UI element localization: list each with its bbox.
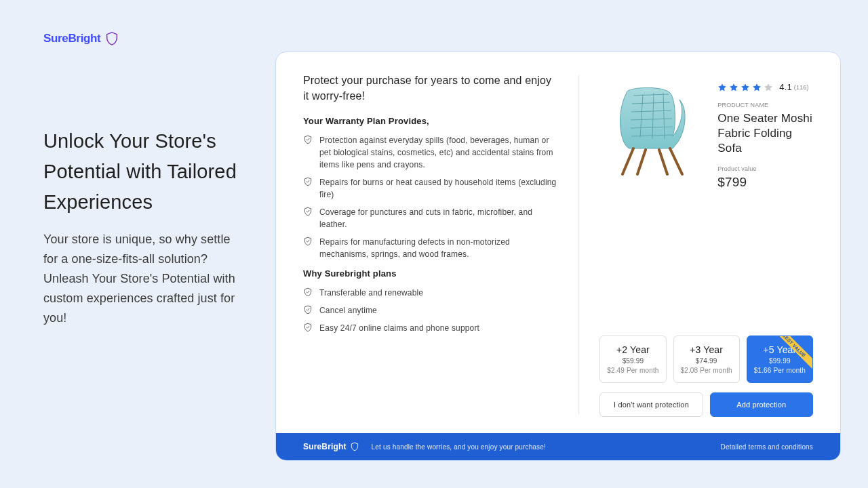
logo: SureBright bbox=[43, 31, 247, 46]
list-item: Repairs for manufacturing defects in non… bbox=[303, 236, 558, 260]
widget-title: Protect your purchase for years to come … bbox=[303, 73, 558, 104]
warranty-widget: Protect your purchase for years to come … bbox=[275, 52, 841, 461]
product-name-label: PRODUCT NAME bbox=[717, 102, 813, 108]
list-item: Transferable and renewable bbox=[303, 287, 558, 299]
product-value: $799 bbox=[717, 175, 813, 190]
star-icon bbox=[729, 83, 738, 92]
list-item: Repairs for burns or heat caused by hous… bbox=[303, 176, 558, 201]
hero-title: Unlock Your Store's Potential with Tailo… bbox=[43, 126, 247, 218]
footer-tagline: Let us handle the worries, and you enjoy… bbox=[372, 443, 546, 451]
list-item: Coverage for punctures and cuts in fabri… bbox=[303, 206, 558, 230]
rating-count: (116) bbox=[794, 84, 809, 91]
plan-card-3yr[interactable]: +3 Year $74.99 $2.08 Per month bbox=[673, 336, 740, 383]
product-image bbox=[599, 73, 708, 181]
shield-check-icon bbox=[303, 237, 313, 246]
widget-footer: SureBright Let us handle the worries, an… bbox=[276, 433, 840, 460]
product-value-label: Product value bbox=[717, 165, 813, 172]
hero-body: Your store is unique, so why settle for … bbox=[43, 230, 247, 329]
shield-check-icon bbox=[303, 305, 313, 314]
shield-icon bbox=[350, 442, 359, 451]
shield-check-icon bbox=[303, 323, 313, 332]
product-name: One Seater Moshi Fabric Folding Sofa bbox=[717, 111, 813, 156]
plan-card-5yr[interactable]: BEST VALUE +5 Year $99.99 $1.66 Per mont… bbox=[747, 336, 813, 383]
star-icon bbox=[764, 83, 773, 92]
terms-link[interactable]: Detailed terms and conditions bbox=[721, 443, 813, 451]
plan-card-2yr[interactable]: +2 Year $59.99 $2.49 Per month bbox=[599, 336, 666, 383]
shield-check-icon bbox=[303, 207, 313, 216]
logo-text: SureBright bbox=[43, 32, 100, 45]
provides-list: Protection against everyday spills (food… bbox=[303, 134, 558, 260]
rating: 4.1 (116) bbox=[717, 82, 813, 92]
divider bbox=[578, 75, 579, 414]
star-icon bbox=[752, 83, 762, 92]
star-icon bbox=[741, 83, 750, 92]
shield-check-icon bbox=[303, 135, 313, 144]
star-icon bbox=[717, 83, 727, 92]
shield-icon bbox=[104, 31, 119, 46]
rating-value: 4.1 bbox=[779, 82, 792, 92]
add-protection-button[interactable]: Add protection bbox=[710, 392, 813, 417]
footer-logo: SureBright bbox=[303, 442, 359, 451]
list-item: Cancel anytime bbox=[303, 304, 558, 317]
provides-heading: Your Warranty Plan Provides, bbox=[303, 116, 558, 126]
list-item: Protection against everyday spills (food… bbox=[303, 134, 558, 171]
list-item: Easy 24/7 online claims and phone suppor… bbox=[303, 322, 558, 334]
why-heading: Why Surebright plans bbox=[303, 268, 558, 279]
why-list: Transferable and renewable Cancel anytim… bbox=[303, 287, 558, 334]
shield-check-icon bbox=[303, 287, 313, 297]
plan-options: +2 Year $59.99 $2.49 Per month +3 Year $… bbox=[599, 336, 813, 383]
shield-check-icon bbox=[303, 177, 313, 186]
decline-button[interactable]: I don't want protection bbox=[599, 392, 703, 417]
